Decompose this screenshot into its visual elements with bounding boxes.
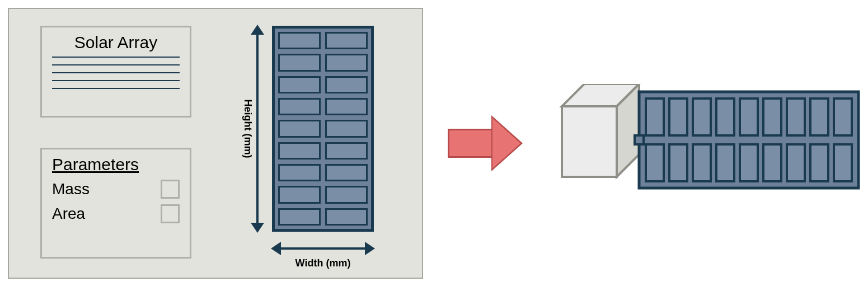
transform-arrow-icon [448,115,526,171]
dimension-width-label: Width (mm) [272,257,374,269]
svg-rect-11 [787,99,805,135]
parameters-title: Parameters [52,155,180,174]
satellite-cube [562,84,639,177]
svg-rect-10 [763,99,781,135]
satellite-solar-panel [635,92,858,188]
svg-rect-16 [693,144,711,181]
parameter-row-area: Area [52,204,180,223]
svg-rect-5 [646,99,664,135]
parameter-label-mass: Mass [52,180,90,198]
text-lines-placeholder [42,57,190,96]
parameter-row-mass: Mass [52,180,180,199]
svg-rect-19 [763,144,781,181]
svg-rect-6 [669,99,687,135]
svg-rect-22 [834,144,852,181]
parameter-input-area[interactable] [161,204,180,223]
svg-rect-17 [716,144,734,181]
parameters-card: Parameters Mass Area [40,148,191,259]
diagram-stage: Solar Array Parameters Mass Area Height … [0,0,868,286]
parameter-label-area: Area [52,205,85,223]
solar-array-title: Solar Array [42,33,190,52]
solar-array-card: Solar Array [40,26,191,118]
dimension-height-arrow: Height (mm) [251,26,264,232]
parameter-input-mass[interactable] [161,180,180,199]
svg-rect-12 [810,99,828,135]
solar-panel-front-view [272,26,374,232]
svg-rect-1 [562,106,617,177]
config-panel: Solar Array Parameters Mass Area Height … [8,8,423,279]
svg-rect-21 [810,144,828,181]
svg-rect-15 [669,144,687,181]
svg-rect-4 [635,135,644,144]
svg-rect-14 [646,144,664,181]
dimension-height-label: Height (mm) [242,100,254,158]
satellite-deployed-view [551,84,862,201]
svg-rect-20 [787,144,805,181]
dimension-width-arrow: Width (mm) [272,242,374,255]
svg-rect-9 [740,99,758,135]
svg-rect-8 [716,99,734,135]
svg-rect-18 [740,144,758,181]
svg-rect-13 [834,99,852,135]
svg-rect-7 [693,99,711,135]
